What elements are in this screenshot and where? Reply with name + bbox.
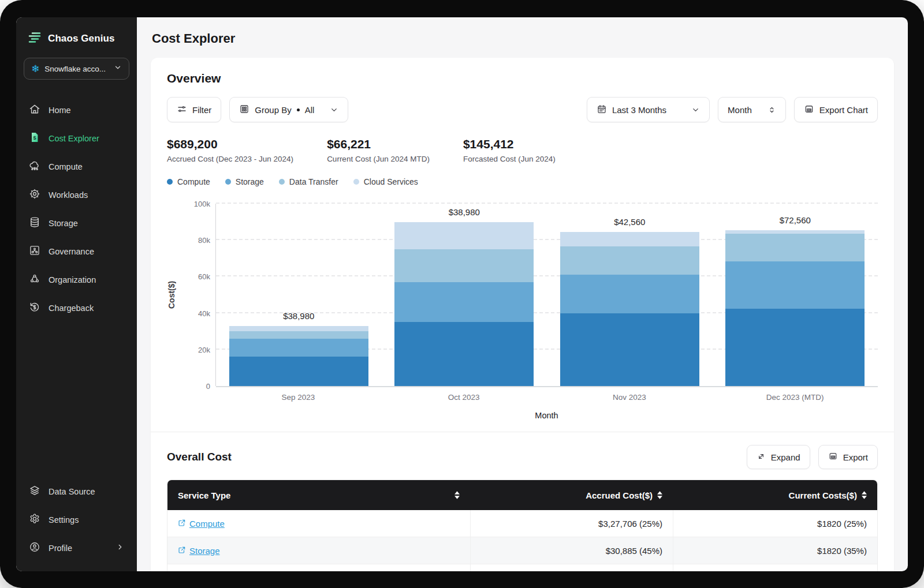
legend-dot [279, 179, 285, 185]
current-cost-cell: $0 (0%) [673, 564, 877, 571]
bar-segment-compute [394, 322, 534, 386]
sidebar-item-governance[interactable]: Governance [24, 237, 129, 265]
table-header: Service Type Accrued Cost($) Current Cos… [167, 480, 877, 510]
legend-item-storage[interactable]: Storage [225, 177, 264, 186]
storage-database-icon [29, 216, 40, 230]
workloads-gear-icon [29, 188, 40, 201]
sidebar-item-storage[interactable]: Storage [24, 209, 129, 237]
sidebar-item-label: Cost Explorer [49, 134, 99, 143]
legend-item-cloud-services[interactable]: Cloud Services [353, 177, 418, 186]
main-content: Cost Explorer Overview Filter Group By [137, 17, 908, 571]
granularity-value: Month [728, 105, 752, 115]
organization-icon [29, 273, 40, 286]
bar-segment-storage [229, 339, 368, 357]
bar-segment-data-transfer [560, 246, 699, 275]
overall-cost-header: Overall Cost Expand Export [167, 445, 878, 469]
filter-button[interactable]: Filter [167, 97, 221, 122]
app-window: Chaos Genius ❄ Snowflake acco... Home [16, 17, 908, 571]
sidebar: Chaos Genius ❄ Snowflake acco... Home [16, 17, 137, 571]
export-table-button[interactable]: Export [818, 445, 878, 469]
sidebar-item-data-source[interactable]: Data Source [24, 477, 129, 505]
sort-icon[interactable] [657, 491, 662, 499]
bar-sep-2023[interactable]: $38,980 [216, 204, 382, 386]
bar-segment-storage [394, 282, 534, 323]
group-by-label: Group By [255, 105, 291, 115]
group-by-button[interactable]: Group By All [229, 97, 348, 122]
bar-oct-2023[interactable]: $38,980 [382, 204, 547, 386]
export-chart-button[interactable]: Export Chart [794, 97, 878, 122]
settings-gear-icon [29, 513, 40, 526]
table-row-compute: Compute $3,27,706 (25%) $1820 (25%) [167, 510, 877, 537]
table-row-storage: Storage $30,885 (45%) $1820 (35%) [167, 537, 877, 564]
sidebar-item-workloads[interactable]: Workloads [24, 181, 129, 209]
expand-button-label: Expand [771, 452, 800, 462]
bar-segment-cloud-services [560, 232, 699, 246]
column-header-accrued-cost[interactable]: Accrued Cost($) [470, 490, 673, 500]
legend-label: Cloud Services [364, 177, 418, 186]
sidebar-nav: Home $ Cost Explorer Compute Workl [24, 96, 129, 322]
sort-icon[interactable] [862, 491, 867, 499]
overall-cost-table: Service Type Accrued Cost($) Current Cos… [167, 480, 878, 571]
sidebar-item-organization[interactable]: Organization [24, 265, 129, 294]
export-image-icon [804, 104, 814, 116]
column-header-service-type[interactable]: Service Type [167, 490, 470, 500]
sidebar-item-settings[interactable]: Settings [24, 505, 129, 534]
legend-dot [353, 179, 359, 185]
overview-toolbar: Filter Group By All Last [167, 97, 878, 122]
legend-item-compute[interactable]: Compute [167, 177, 210, 186]
sort-icon[interactable] [454, 491, 460, 499]
sidebar-item-chargeback[interactable]: Chargeback [24, 294, 129, 322]
date-range-select[interactable]: Last 3 Months [587, 97, 710, 122]
y-axis-tick: 60k [198, 272, 210, 281]
stat-label: Accrued Cost (Dec 2023 - Jun 2024) [167, 155, 293, 163]
sidebar-item-label: Data Source [49, 487, 95, 496]
expand-icon [757, 452, 766, 463]
bar-segment-compute [560, 313, 699, 386]
bar-dec-2023-mtd-[interactable]: $72,560 [713, 204, 878, 386]
column-header-current-costs[interactable]: Current Costs($) [673, 490, 877, 500]
sidebar-item-compute[interactable]: Compute [24, 152, 129, 181]
y-axis-tick: 20k [198, 345, 210, 354]
expand-button[interactable]: Expand [747, 445, 810, 469]
sidebar-item-profile[interactable]: Profile [24, 534, 129, 562]
service-link[interactable]: Storage [178, 546, 220, 556]
y-axis-tick: 40k [198, 309, 210, 317]
external-link-icon [178, 519, 186, 529]
table-row-data-transfer: Data Transfer $0 (0%) $0 (0%) [167, 564, 877, 571]
service-link[interactable]: Compute [178, 519, 225, 529]
account-selector[interactable]: ❄ Snowflake acco... [24, 58, 129, 80]
calendar-icon [597, 104, 607, 116]
toolbar-right: Last 3 Months Month Export Chart [587, 97, 878, 122]
external-link-icon [178, 546, 186, 556]
service-link-label[interactable]: Storage [189, 546, 220, 556]
overall-cost-title: Overall Cost [167, 451, 232, 463]
brand-name: Chaos Genius [48, 33, 115, 44]
granularity-select[interactable]: Month [718, 97, 786, 122]
service-link-label[interactable]: Compute [189, 519, 225, 529]
legend-item-data-transfer[interactable]: Data Transfer [279, 177, 338, 186]
sidebar-item-label: Profile [49, 544, 72, 553]
stats-row: $689,200 Accrued Cost (Dec 2023 - Jun 20… [167, 137, 878, 163]
cost-explorer-icon: $ [29, 132, 40, 145]
stat-forecasted-cost: $145,412 Forcasted Cost (Jun 2024) [463, 137, 556, 163]
section-divider [151, 432, 894, 432]
sidebar-item-label: Organization [49, 275, 96, 284]
snowflake-icon: ❄ [31, 64, 39, 74]
svg-text:$: $ [33, 135, 36, 141]
chargeback-icon [29, 301, 40, 314]
x-axis-tick: Oct 2023 [381, 393, 547, 402]
sidebar-item-home[interactable]: Home [24, 96, 129, 124]
sidebar-item-cost-explorer[interactable]: $ Cost Explorer [24, 124, 129, 152]
bar-nov-2023[interactable]: $42,560 [547, 204, 713, 386]
chart-x-axis-title: Month [215, 411, 878, 420]
column-label: Current Costs($) [789, 490, 857, 500]
overview-title: Overview [167, 72, 878, 85]
bar-value-label: $38,980 [449, 207, 480, 217]
sidebar-item-label: Settings [49, 515, 79, 525]
export-button-label: Export [843, 452, 868, 462]
bar-segment-compute [229, 357, 368, 386]
brand-logo-row: Chaos Genius [24, 28, 129, 47]
chart-xlabels: Sep 2023Oct 2023Nov 2023Dec 2023 (MTD) [215, 393, 878, 402]
accrued-cost-cell: $3,27,706 (25%) [470, 510, 673, 537]
legend-label: Data Transfer [289, 177, 338, 186]
